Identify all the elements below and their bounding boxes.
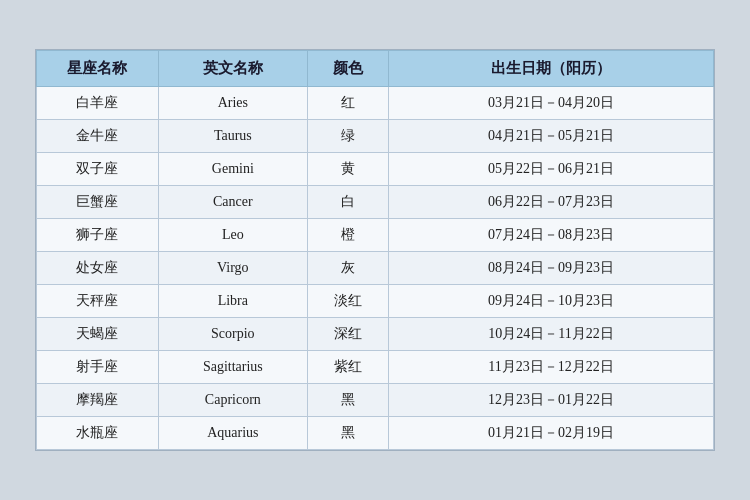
cell-date: 09月24日－10月23日 <box>389 285 714 318</box>
cell-color: 白 <box>307 186 388 219</box>
zodiac-table-container: 星座名称 英文名称 颜色 出生日期（阳历） 白羊座Aries红03月21日－04… <box>35 49 715 451</box>
table-row: 狮子座Leo橙07月24日－08月23日 <box>37 219 714 252</box>
cell-date: 10月24日－11月22日 <box>389 318 714 351</box>
table-row: 双子座Gemini黄05月22日－06月21日 <box>37 153 714 186</box>
cell-date: 11月23日－12月22日 <box>389 351 714 384</box>
cell-color: 橙 <box>307 219 388 252</box>
cell-chinese: 水瓶座 <box>37 417 159 450</box>
cell-english: Taurus <box>158 120 307 153</box>
cell-english: Aquarius <box>158 417 307 450</box>
table-row: 巨蟹座Cancer白06月22日－07月23日 <box>37 186 714 219</box>
cell-english: Virgo <box>158 252 307 285</box>
cell-date: 12月23日－01月22日 <box>389 384 714 417</box>
cell-chinese: 天秤座 <box>37 285 159 318</box>
cell-color: 黄 <box>307 153 388 186</box>
cell-english: Leo <box>158 219 307 252</box>
cell-chinese: 金牛座 <box>37 120 159 153</box>
zodiac-table: 星座名称 英文名称 颜色 出生日期（阳历） 白羊座Aries红03月21日－04… <box>36 50 714 450</box>
table-row: 水瓶座Aquarius黑01月21日－02月19日 <box>37 417 714 450</box>
cell-date: 08月24日－09月23日 <box>389 252 714 285</box>
cell-english: Aries <box>158 87 307 120</box>
table-row: 射手座Sagittarius紫红11月23日－12月22日 <box>37 351 714 384</box>
cell-chinese: 狮子座 <box>37 219 159 252</box>
cell-color: 红 <box>307 87 388 120</box>
cell-color: 黑 <box>307 384 388 417</box>
header-english: 英文名称 <box>158 51 307 87</box>
cell-chinese: 白羊座 <box>37 87 159 120</box>
cell-english: Gemini <box>158 153 307 186</box>
cell-chinese: 巨蟹座 <box>37 186 159 219</box>
cell-date: 01月21日－02月19日 <box>389 417 714 450</box>
table-row: 白羊座Aries红03月21日－04月20日 <box>37 87 714 120</box>
cell-chinese: 双子座 <box>37 153 159 186</box>
cell-chinese: 天蝎座 <box>37 318 159 351</box>
cell-date: 03月21日－04月20日 <box>389 87 714 120</box>
cell-color: 黑 <box>307 417 388 450</box>
table-row: 处女座Virgo灰08月24日－09月23日 <box>37 252 714 285</box>
cell-color: 紫红 <box>307 351 388 384</box>
cell-date: 05月22日－06月21日 <box>389 153 714 186</box>
table-header-row: 星座名称 英文名称 颜色 出生日期（阳历） <box>37 51 714 87</box>
table-row: 摩羯座Capricorn黑12月23日－01月22日 <box>37 384 714 417</box>
cell-english: Capricorn <box>158 384 307 417</box>
header-color: 颜色 <box>307 51 388 87</box>
cell-color: 灰 <box>307 252 388 285</box>
cell-color: 绿 <box>307 120 388 153</box>
cell-date: 04月21日－05月21日 <box>389 120 714 153</box>
cell-color: 深红 <box>307 318 388 351</box>
cell-color: 淡红 <box>307 285 388 318</box>
header-chinese: 星座名称 <box>37 51 159 87</box>
cell-date: 07月24日－08月23日 <box>389 219 714 252</box>
cell-chinese: 摩羯座 <box>37 384 159 417</box>
header-date: 出生日期（阳历） <box>389 51 714 87</box>
cell-english: Libra <box>158 285 307 318</box>
cell-english: Cancer <box>158 186 307 219</box>
cell-english: Sagittarius <box>158 351 307 384</box>
cell-date: 06月22日－07月23日 <box>389 186 714 219</box>
cell-chinese: 处女座 <box>37 252 159 285</box>
cell-chinese: 射手座 <box>37 351 159 384</box>
cell-english: Scorpio <box>158 318 307 351</box>
table-row: 金牛座Taurus绿04月21日－05月21日 <box>37 120 714 153</box>
table-row: 天秤座Libra淡红09月24日－10月23日 <box>37 285 714 318</box>
table-row: 天蝎座Scorpio深红10月24日－11月22日 <box>37 318 714 351</box>
